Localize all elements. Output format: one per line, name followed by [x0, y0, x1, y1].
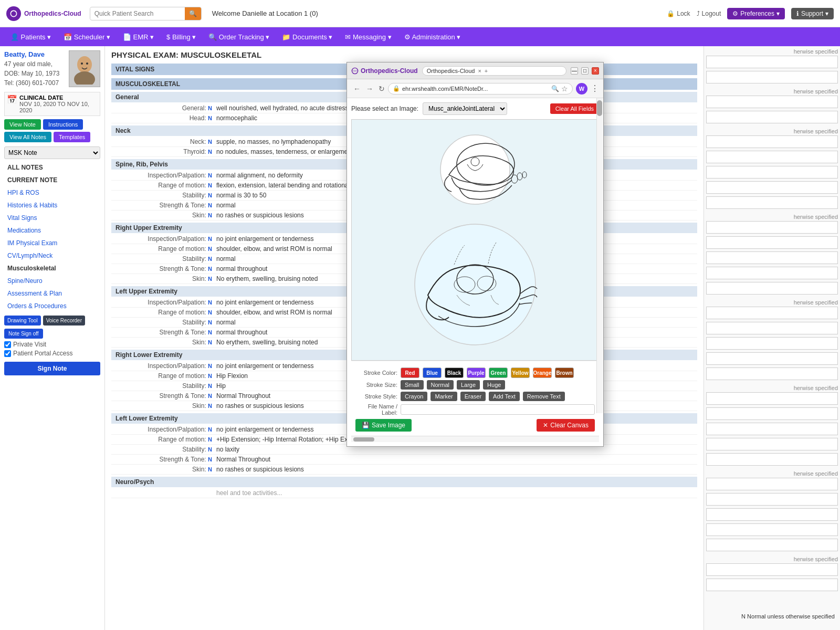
close-button[interactable]: ×: [592, 67, 599, 75]
color-purple[interactable]: Purple: [467, 368, 486, 378]
save-image-button[interactable]: 💾 Save Image: [355, 419, 412, 432]
note-textarea-3[interactable]: [706, 96, 838, 108]
note-textarea-23[interactable]: [706, 438, 838, 450]
note-textarea-27[interactable]: [706, 508, 838, 521]
refresh-button[interactable]: ↻: [379, 85, 385, 93]
back-button[interactable]: ←: [351, 83, 363, 94]
scrollbar[interactable]: [596, 98, 603, 413]
scrollbar-thumb[interactable]: [597, 100, 602, 116]
tab-close-icon[interactable]: ×: [478, 68, 481, 74]
nav-messaging[interactable]: ✉ Messaging ▾: [339, 27, 397, 46]
note-textarea-16[interactable]: [706, 322, 838, 334]
nav-vital-signs[interactable]: Vital Signs: [4, 212, 100, 224]
color-black[interactable]: Black: [445, 368, 464, 378]
search-button[interactable]: 🔍: [185, 7, 201, 20]
nav-billing[interactable]: $ Billing ▾: [160, 27, 202, 46]
note-textarea-24[interactable]: [706, 453, 838, 466]
note-textarea-19[interactable]: [706, 368, 838, 380]
note-textarea-20[interactable]: [706, 392, 838, 405]
note-type-select[interactable]: MSK Note General Note Progress Note: [4, 146, 100, 159]
note-textarea-4[interactable]: [706, 111, 838, 123]
clear-all-button[interactable]: Clear All Fields: [550, 103, 599, 114]
note-textarea-10[interactable]: [706, 221, 838, 234]
support-button[interactable]: ℹ Support ▾: [791, 8, 834, 19]
view-all-notes-button[interactable]: View All Notes: [4, 132, 51, 142]
nav-assessment[interactable]: Assessment & Plan: [4, 287, 100, 300]
drawing-tool-button[interactable]: Drawing Tool: [4, 316, 41, 326]
note-sign-off-button[interactable]: Note Sign off: [4, 329, 43, 339]
note-textarea-13[interactable]: [706, 267, 838, 279]
drawing-canvas[interactable]: [351, 119, 599, 361]
clear-canvas-button[interactable]: ✕ Clear Canvas: [537, 419, 595, 432]
url-input[interactable]: [402, 86, 549, 92]
templates-button[interactable]: Templates: [54, 132, 90, 142]
note-textarea-9[interactable]: [706, 196, 838, 209]
note-textarea-28[interactable]: [706, 523, 838, 536]
preferences-button[interactable]: ⚙ Preferences ▾: [727, 8, 785, 19]
nav-hpi-ros[interactable]: HPI & ROS: [4, 186, 100, 199]
account-badge[interactable]: W: [576, 83, 587, 94]
nav-emr[interactable]: 📄 EMR ▾: [117, 27, 160, 46]
bookmark-button[interactable]: ☆: [561, 85, 568, 93]
maximize-button[interactable]: □: [581, 67, 589, 75]
search-input[interactable]: [90, 8, 185, 19]
tool-add-text[interactable]: Add Text: [489, 392, 520, 401]
lock-button[interactable]: 🔒 Lock: [667, 10, 690, 17]
tool-remove-text[interactable]: Remove Text: [523, 392, 565, 401]
nav-administration[interactable]: ⚙ Administration ▾: [398, 27, 467, 46]
note-textarea-15[interactable]: [706, 307, 838, 319]
note-textarea-29[interactable]: [706, 539, 838, 551]
nav-histories[interactable]: Histories & Habits: [4, 199, 100, 212]
size-normal[interactable]: Normal: [427, 380, 454, 390]
horizontal-scrollbar[interactable]: [351, 436, 599, 442]
color-green[interactable]: Green: [489, 368, 508, 378]
note-textarea-1[interactable]: [706, 56, 838, 68]
search-box[interactable]: 🔍: [90, 7, 202, 20]
note-textarea-14[interactable]: [706, 282, 838, 295]
note-textarea-25[interactable]: [706, 478, 838, 490]
note-textarea-11[interactable]: [706, 236, 838, 249]
nav-all-notes[interactable]: ALL NOTES: [4, 161, 100, 174]
nav-orders[interactable]: Orders & Procedures: [4, 300, 100, 312]
h-scrollbar-thumb[interactable]: [353, 437, 374, 442]
nav-documents[interactable]: 📁 Documents ▾: [276, 27, 339, 46]
minimize-button[interactable]: —: [571, 67, 578, 75]
color-blue[interactable]: Blue: [423, 368, 442, 378]
voice-recorder-button[interactable]: Voice Recorder: [43, 316, 85, 326]
nav-scheduler[interactable]: 📅 Scheduler ▾: [57, 27, 117, 46]
note-textarea-8[interactable]: [706, 181, 838, 194]
private-visit-checkbox[interactable]: [4, 341, 11, 348]
logout-button[interactable]: ⤴ Logout: [697, 10, 721, 17]
note-textarea-30[interactable]: [706, 563, 838, 576]
url-bar[interactable]: 🔒 🔍 ☆: [388, 83, 573, 94]
note-textarea-6[interactable]: [706, 151, 838, 163]
forward-button[interactable]: →: [364, 83, 375, 94]
color-orange[interactable]: Orange: [533, 368, 552, 378]
note-textarea-26[interactable]: [706, 493, 838, 506]
browser-menu-button[interactable]: ⋮: [591, 83, 599, 93]
tool-eraser[interactable]: Eraser: [460, 392, 486, 401]
nav-musculoskeletal[interactable]: Musculoskeletal: [4, 262, 100, 275]
nav-im-physical[interactable]: IM Physical Exam: [4, 237, 100, 249]
size-small[interactable]: Small: [401, 380, 424, 390]
nav-medications[interactable]: Medications: [4, 224, 100, 237]
color-yellow[interactable]: Yellow: [511, 368, 530, 378]
color-brown[interactable]: Brown: [555, 368, 574, 378]
patient-portal-checkbox[interactable]: [4, 350, 11, 357]
tab-new-icon[interactable]: +: [485, 68, 488, 74]
note-textarea-7[interactable]: [706, 166, 838, 178]
note-textarea-5[interactable]: [706, 135, 838, 148]
note-textarea-31[interactable]: [706, 579, 838, 591]
note-textarea-22[interactable]: [706, 423, 838, 435]
note-textarea-12[interactable]: [706, 251, 838, 264]
nav-cv-lymph[interactable]: CV/Lymph/Neck: [4, 249, 100, 262]
tool-crayon[interactable]: Crayon: [401, 392, 427, 401]
color-red[interactable]: Red: [401, 368, 419, 378]
view-note-button[interactable]: View Note: [4, 119, 41, 130]
nav-patients[interactable]: 👤 Patients ▾: [4, 27, 57, 46]
file-name-input[interactable]: [401, 404, 595, 415]
nav-spine-neuro[interactable]: Spine/Neuro: [4, 275, 100, 287]
note-textarea-21[interactable]: [706, 407, 838, 420]
note-textarea-17[interactable]: [706, 337, 838, 350]
image-select-dropdown[interactable]: Musc_ankleJointLateral Musc_ankle_AP Mus…: [423, 102, 507, 115]
